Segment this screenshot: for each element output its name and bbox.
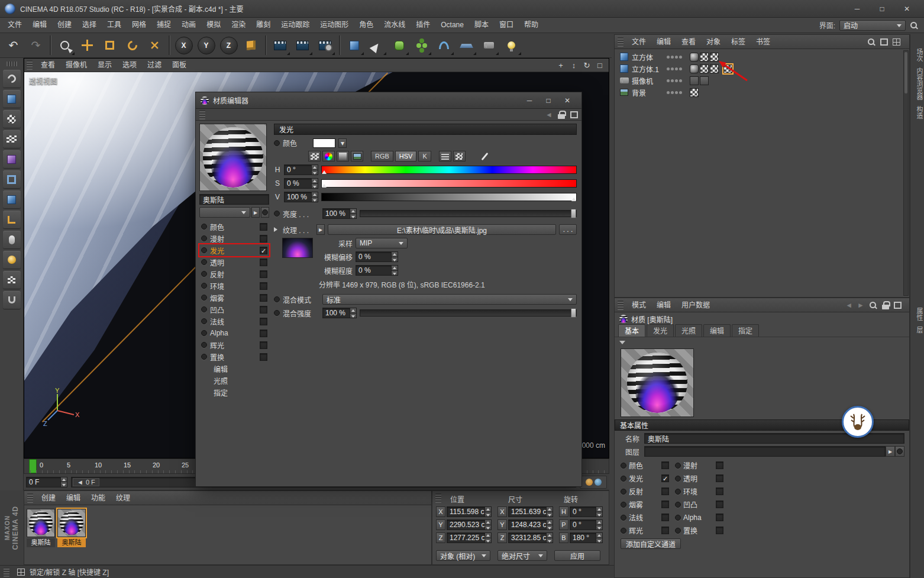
panel-grip[interactable] (27, 60, 33, 70)
lock-icon[interactable] (882, 301, 889, 309)
menu-mesh[interactable]: 网格 (127, 18, 151, 33)
menu-help[interactable]: 帮助 (519, 18, 544, 33)
channel-row-alpha[interactable]: Alpha (199, 327, 269, 339)
autokey-icon[interactable] (595, 479, 602, 486)
dialog-titlebar[interactable]: 材质编辑器 ─ □ ✕ (196, 92, 581, 109)
menu-tools[interactable]: 工具 (102, 18, 127, 33)
channel-row-transparency[interactable]: 透明 (199, 256, 269, 268)
zoom-view-icon[interactable]: ↕ (567, 60, 580, 71)
dialog-minimize-button[interactable]: ─ (520, 94, 539, 107)
visibility-dots[interactable] (666, 91, 674, 94)
channel-row-displacement[interactable]: 置换 (199, 351, 269, 363)
k-button[interactable]: K (418, 151, 431, 162)
viewport-menu-panel[interactable]: 面板 (167, 59, 192, 72)
lock-icon[interactable] (558, 111, 565, 119)
search-icon[interactable] (869, 301, 877, 309)
points-mode-button[interactable] (3, 150, 21, 168)
mix-strength-field[interactable]: 100 % (322, 308, 357, 318)
channel-luminance[interactable]: 发光✓ (621, 473, 669, 483)
menu-snap[interactable]: 捕捉 (151, 18, 176, 33)
coordinate-mode-select[interactable]: 对象 (相对) (436, 550, 490, 561)
render-dots[interactable] (674, 79, 683, 82)
brightness-field[interactable]: 100 % (322, 208, 357, 219)
color-wheel-icon[interactable] (322, 151, 335, 162)
phong-tag[interactable] (690, 64, 699, 73)
material-preview[interactable] (621, 348, 694, 417)
workplane-lock-button[interactable] (3, 271, 21, 289)
channel-bump[interactable]: 凹凸 (675, 499, 723, 509)
hue-field[interactable]: 0 ° (284, 164, 318, 175)
channel-checkbox[interactable] (260, 223, 267, 231)
move-button[interactable] (76, 34, 98, 56)
frame-stepper[interactable] (60, 477, 67, 487)
channel-color[interactable]: 颜色 (621, 460, 669, 470)
panel-grip[interactable] (199, 110, 205, 120)
light-button[interactable] (500, 34, 522, 56)
channel-checkbox[interactable] (661, 487, 669, 495)
channel-checkbox[interactable] (661, 514, 669, 521)
channel-checkbox[interactable] (716, 474, 723, 482)
dock-tab-content-browser[interactable]: 内容浏览器 (910, 67, 924, 100)
material-menu-texture[interactable]: 纹理 (111, 491, 135, 505)
menu-motion-tracker[interactable]: 运动跟踪 (276, 18, 315, 33)
lock-x-button[interactable]: X (173, 34, 195, 56)
object-menu-tags[interactable]: 标签 (726, 35, 751, 49)
hue-gradient-slider[interactable] (321, 166, 577, 174)
visibility-dots[interactable] (666, 56, 674, 59)
position-x-field[interactable]: 1151.598 cm (447, 506, 492, 517)
render-dots[interactable] (674, 67, 683, 70)
size-z-field[interactable]: 32312.85 cm (508, 532, 553, 543)
channel-assign-page[interactable]: 指定 (199, 386, 269, 398)
channel-transparency[interactable]: 透明 (675, 473, 723, 483)
axis-mode-button[interactable] (3, 211, 21, 228)
saturation-gradient-slider[interactable] (321, 179, 577, 188)
image-mode-icon[interactable] (351, 151, 363, 162)
channel-checkbox[interactable] (260, 306, 267, 314)
dock-tab-takes[interactable]: 场次 (910, 49, 924, 62)
channel-checkbox[interactable] (716, 500, 723, 508)
preview-type-select[interactable] (199, 207, 250, 218)
polygons-mode-button[interactable] (3, 190, 21, 208)
viewport-menu-cameras[interactable]: 摄像机 (60, 59, 92, 72)
viewport-menu-options[interactable]: 选项 (117, 59, 142, 72)
object-menu-view[interactable]: 查看 (676, 35, 701, 49)
material-menu-edit[interactable]: 编辑 (61, 491, 86, 505)
channel-checkbox[interactable] (260, 294, 267, 302)
menu-plugins[interactable]: 插件 (411, 18, 435, 33)
lock-z-button[interactable]: Z (218, 34, 240, 56)
menu-select[interactable]: 选择 (77, 18, 102, 33)
render-dots[interactable] (674, 56, 683, 59)
record-key-icon[interactable] (586, 479, 593, 486)
material-item[interactable]: 奥斯陆 (57, 509, 86, 547)
preview-menu-button[interactable]: ▸ (251, 207, 260, 218)
channel-row-color[interactable]: 颜色 (199, 221, 269, 233)
attribute-menu-mode[interactable]: 模式 (626, 298, 651, 312)
size-mode-select[interactable]: 绝对尺寸 (497, 550, 547, 561)
material-preview[interactable] (199, 124, 267, 191)
channel-row-reflectance[interactable]: 反射 (199, 268, 269, 280)
subdivision-surface-button[interactable] (388, 34, 410, 56)
dialog-maximize-button[interactable]: □ (539, 94, 558, 107)
menu-window[interactable]: 窗口 (494, 18, 519, 33)
frame-marker[interactable]: ◄0 F (73, 478, 99, 486)
panel-grip[interactable] (4, 567, 9, 577)
channel-checkbox[interactable] (661, 527, 669, 534)
object-row-background[interactable]: 背景 (615, 86, 909, 98)
interface-select[interactable]: 启动 (839, 20, 906, 31)
texture-menu-button[interactable]: ▸ (316, 224, 325, 235)
render-picture-viewer-button[interactable] (292, 34, 314, 56)
channel-row-environment[interactable]: 环境 (199, 280, 269, 292)
texture-tag[interactable] (690, 88, 699, 97)
channel-checkbox[interactable] (260, 259, 267, 266)
protection-tag[interactable] (690, 76, 699, 85)
layer-pick-button[interactable] (895, 446, 904, 457)
panel-grip[interactable] (618, 301, 623, 310)
browse-button[interactable]: . . . (559, 224, 577, 235)
size-x-field[interactable]: 1251.639 cm (508, 506, 553, 517)
channel-glow[interactable]: 辉光 (621, 525, 669, 535)
material-menu-create[interactable]: 创建 (36, 491, 61, 505)
motion-tag[interactable] (700, 76, 709, 85)
channel-environment[interactable]: 环境 (675, 486, 723, 496)
dock-tab-attributes[interactable]: 属性 (910, 308, 924, 321)
channel-alpha[interactable]: Alpha (675, 512, 723, 522)
